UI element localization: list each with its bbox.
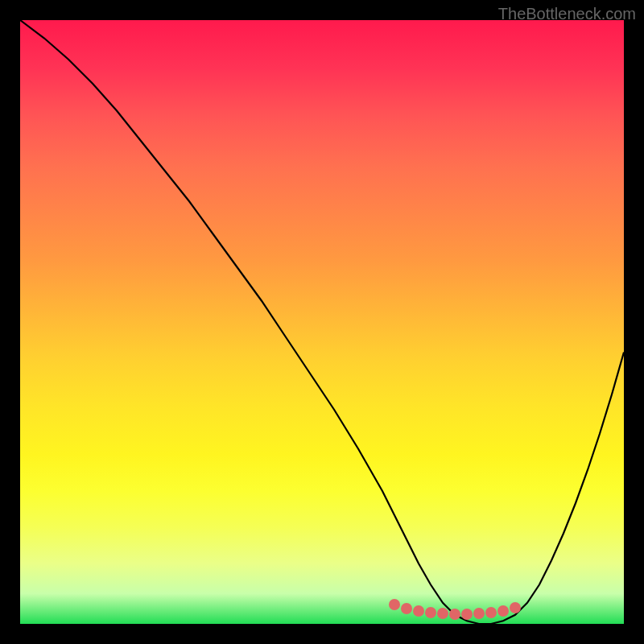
optimal-marker [461, 609, 473, 620]
watermark-text: TheBottleneck.com [498, 5, 636, 23]
optimal-marker [389, 599, 400, 610]
optimal-marker [437, 608, 448, 619]
optimal-marker [510, 602, 521, 613]
chart-plot-area [20, 20, 624, 624]
optimal-marker [473, 608, 485, 619]
optimal-marker [485, 607, 497, 618]
marker-group [20, 20, 624, 624]
optimal-marker [497, 605, 509, 617]
optimal-marker [413, 605, 424, 617]
optimal-marker [401, 603, 412, 614]
optimal-marker [425, 607, 436, 618]
optimal-marker [449, 609, 460, 620]
